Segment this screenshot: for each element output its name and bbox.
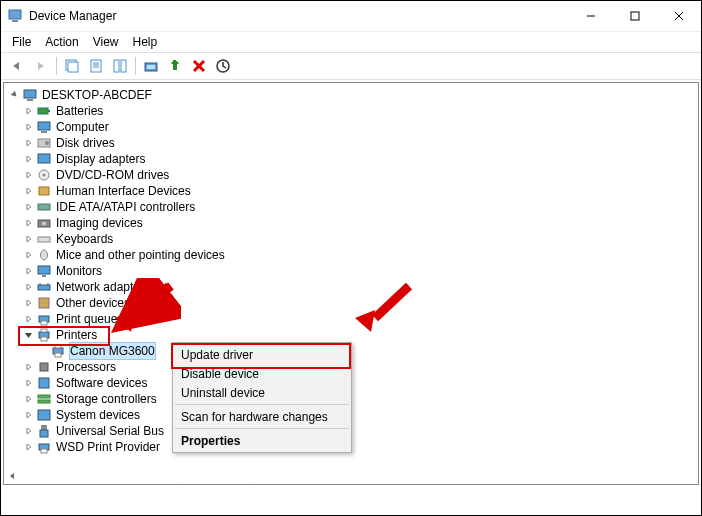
svg-rect-20 bbox=[24, 90, 36, 98]
tree-node[interactable]: Keyboards bbox=[56, 231, 113, 247]
imaging-icon bbox=[36, 215, 52, 231]
uninstall-icon[interactable] bbox=[211, 55, 235, 77]
tree-node[interactable]: Batteries bbox=[56, 103, 103, 119]
mouse-icon bbox=[36, 247, 52, 263]
svg-rect-35 bbox=[38, 237, 50, 242]
enable-icon[interactable] bbox=[163, 55, 187, 77]
expand-toggle[interactable] bbox=[22, 376, 36, 390]
minimize-button[interactable] bbox=[569, 1, 613, 31]
context-menu-disable-device[interactable]: Disable device bbox=[175, 364, 349, 383]
svg-rect-8 bbox=[91, 60, 101, 72]
expand-toggle[interactable] bbox=[22, 168, 36, 182]
tree-node[interactable]: Disk drives bbox=[56, 135, 115, 151]
tree-node[interactable]: WSD Print Provider bbox=[56, 439, 160, 455]
menubar: File Action View Help bbox=[1, 32, 701, 52]
svg-rect-15 bbox=[147, 65, 155, 69]
tree-node[interactable]: Universal Serial Bus bbox=[56, 423, 164, 439]
tree-node[interactable]: IDE ATA/ATAPI controllers bbox=[56, 199, 195, 215]
tree-node[interactable]: Mice and other pointing devices bbox=[56, 247, 225, 263]
tree-node[interactable]: Processors bbox=[56, 359, 116, 375]
disable-icon[interactable] bbox=[187, 55, 211, 77]
svg-rect-49 bbox=[55, 345, 61, 348]
scroll-left-icon[interactable] bbox=[4, 468, 20, 484]
expand-toggle[interactable] bbox=[22, 360, 36, 374]
titlebar: Device Manager bbox=[1, 1, 701, 32]
expand-toggle[interactable] bbox=[8, 88, 22, 102]
context-menu: Update driver Disable device Uninstall d… bbox=[172, 342, 352, 453]
tree-node[interactable]: Network adapters bbox=[56, 279, 150, 295]
toolbar-icon-3[interactable] bbox=[108, 55, 132, 77]
svg-rect-42 bbox=[39, 298, 49, 308]
window-buttons bbox=[569, 1, 701, 31]
expand-toggle[interactable] bbox=[22, 248, 36, 262]
expand-toggle[interactable] bbox=[22, 184, 36, 198]
context-menu-scan-hardware[interactable]: Scan for hardware changes bbox=[175, 407, 349, 426]
tree-node[interactable]: Other devices bbox=[56, 295, 130, 311]
svg-rect-1 bbox=[12, 20, 18, 22]
expand-toggle[interactable] bbox=[22, 264, 36, 278]
svg-rect-52 bbox=[39, 378, 49, 388]
svg-rect-39 bbox=[38, 285, 50, 290]
expand-toggle[interactable] bbox=[22, 424, 36, 438]
tree-node[interactable]: Human Interface Devices bbox=[56, 183, 191, 199]
svg-rect-0 bbox=[9, 10, 21, 19]
keyboard-icon bbox=[36, 231, 52, 247]
root-node-label[interactable]: DESKTOP-ABCDEF bbox=[42, 87, 152, 103]
expand-toggle[interactable] bbox=[22, 200, 36, 214]
computer-icon bbox=[36, 119, 52, 135]
expand-toggle[interactable] bbox=[22, 136, 36, 150]
expand-toggle[interactable] bbox=[22, 152, 36, 166]
tree-node[interactable]: Computer bbox=[56, 119, 109, 135]
expand-toggle[interactable] bbox=[22, 280, 36, 294]
context-menu-update-driver[interactable]: Update driver bbox=[175, 345, 349, 364]
expand-toggle[interactable] bbox=[22, 328, 36, 342]
maximize-button[interactable] bbox=[613, 1, 657, 31]
toolbar-icon-1[interactable] bbox=[60, 55, 84, 77]
tree-node[interactable]: System devices bbox=[56, 407, 140, 423]
expand-toggle[interactable] bbox=[22, 312, 36, 326]
back-button[interactable] bbox=[5, 55, 29, 77]
toolbar-separator bbox=[135, 57, 136, 75]
svg-rect-7 bbox=[68, 62, 78, 72]
tree-node-printers[interactable]: Printers bbox=[56, 327, 97, 343]
tree-node-canon-printer[interactable]: Canon MG3600 bbox=[69, 342, 156, 360]
forward-button[interactable] bbox=[29, 55, 53, 77]
other-icon bbox=[36, 295, 52, 311]
svg-point-27 bbox=[45, 141, 49, 145]
expand-toggle[interactable] bbox=[22, 296, 36, 310]
tree-node[interactable]: Imaging devices bbox=[56, 215, 143, 231]
expand-toggle[interactable] bbox=[22, 216, 36, 230]
tree-node[interactable]: Software devices bbox=[56, 375, 147, 391]
menu-file[interactable]: File bbox=[5, 33, 38, 51]
tree-node[interactable]: Storage controllers bbox=[56, 391, 157, 407]
svg-point-36 bbox=[41, 250, 48, 260]
tree-node[interactable]: Print queues bbox=[56, 311, 123, 327]
properties-icon[interactable] bbox=[84, 55, 108, 77]
svg-rect-12 bbox=[114, 60, 119, 72]
tree-node[interactable]: Display adapters bbox=[56, 151, 145, 167]
expand-toggle[interactable] bbox=[22, 232, 36, 246]
menu-action[interactable]: Action bbox=[38, 33, 85, 51]
toolbar bbox=[1, 52, 701, 80]
menu-help[interactable]: Help bbox=[126, 33, 165, 51]
expand-toggle[interactable] bbox=[22, 120, 36, 134]
svg-point-30 bbox=[43, 174, 46, 177]
svg-rect-31 bbox=[39, 187, 49, 195]
tree-node[interactable]: DVD/CD-ROM drives bbox=[56, 167, 169, 183]
context-menu-uninstall-device[interactable]: Uninstall device bbox=[175, 383, 349, 402]
usb-icon bbox=[36, 423, 52, 439]
expand-toggle[interactable] bbox=[22, 392, 36, 406]
wsd-icon bbox=[36, 439, 52, 455]
network-icon bbox=[36, 279, 52, 295]
svg-rect-13 bbox=[121, 60, 126, 72]
computer-icon bbox=[22, 87, 38, 103]
expand-toggle[interactable] bbox=[22, 104, 36, 118]
update-driver-icon[interactable] bbox=[139, 55, 163, 77]
cdrom-icon bbox=[36, 167, 52, 183]
expand-toggle[interactable] bbox=[22, 408, 36, 422]
tree-node[interactable]: Monitors bbox=[56, 263, 102, 279]
expand-toggle[interactable] bbox=[22, 440, 36, 454]
context-menu-properties[interactable]: Properties bbox=[175, 431, 349, 450]
menu-view[interactable]: View bbox=[86, 33, 126, 51]
close-button[interactable] bbox=[657, 1, 701, 31]
